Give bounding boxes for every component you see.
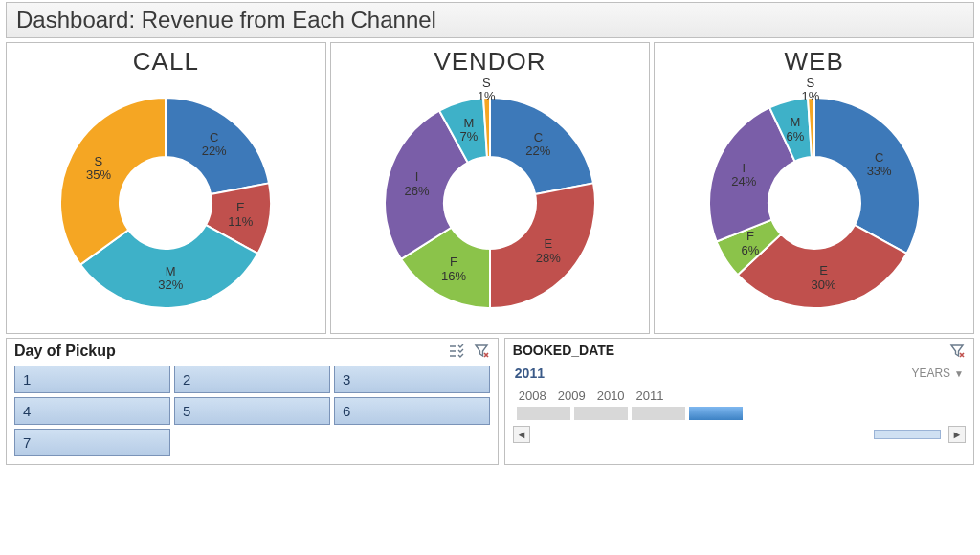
scroll-left-arrow[interactable]: ◄ — [513, 426, 530, 443]
chart-card[interactable]: WEBC33%E30%F6%I24%M6%S1% — [654, 42, 974, 334]
timeline-title: BOOKED_DATE — [513, 343, 966, 358]
chevron-down-icon: ▼ — [954, 368, 964, 379]
chart-card[interactable]: CALLC22%E11%M32%S35% — [6, 42, 326, 334]
timeline-booked-date[interactable]: BOOKED_DATE 2011 YEARS ▼ 200820092010201… — [504, 338, 974, 465]
charts-row: CALLC22%E11%M32%S35%VENDORC22%E28%F16%I2… — [0, 42, 980, 334]
slicer-item[interactable]: 3 — [334, 366, 490, 393]
timeline-year-cell[interactable] — [574, 407, 628, 420]
chart-title: WEB — [785, 47, 844, 77]
slicer-item[interactable]: 5 — [174, 397, 330, 425]
chart-title: CALL — [133, 47, 199, 77]
donut-slice[interactable] — [814, 98, 920, 254]
timeline-scrollbar[interactable]: ◄ ► — [513, 426, 966, 443]
timeline-year-label: 2011 — [636, 388, 664, 403]
donut-slice[interactable] — [60, 98, 166, 265]
slicer-day-of-pickup[interactable]: Day of Pickup 1234567 — [6, 338, 499, 465]
timeline-year-cell[interactable] — [632, 407, 685, 420]
slicer-header: Day of Pickup — [14, 343, 490, 360]
timeline-selected-label: 2011 — [515, 366, 545, 381]
donut-slice[interactable] — [490, 183, 595, 308]
timeline-year-label: 2009 — [558, 388, 586, 403]
donut-chart: C22%E11%M32%S35% — [41, 78, 290, 327]
timeline-period-label: YEARS — [911, 366, 950, 380]
slicer-toolbar — [448, 343, 490, 360]
scrollbar-thumb[interactable] — [874, 430, 941, 439]
slicer-grid: 1234567 — [14, 366, 490, 456]
controls-row: Day of Pickup 1234567 BOOKED_DATE 2011 Y… — [0, 334, 980, 465]
timeline-subheader: 2011 YEARS ▼ — [515, 366, 964, 381]
timeline-period-button[interactable]: YEARS ▼ — [911, 366, 964, 380]
timeline-year-label: 2008 — [519, 388, 546, 403]
dashboard-title-text: Dashboard: Revenue from Each Channel — [16, 7, 436, 33]
timeline-track[interactable] — [517, 407, 962, 420]
scroll-right-arrow[interactable]: ► — [948, 426, 966, 443]
donut-slice[interactable] — [166, 98, 269, 194]
clear-filter-icon[interactable] — [473, 343, 490, 360]
donut-slice[interactable] — [490, 98, 593, 194]
slicer-item[interactable]: 1 — [14, 366, 170, 393]
timeline-year-cell[interactable] — [689, 407, 743, 420]
donut-chart: C22%E28%F16%I26%M7%S1% — [366, 78, 614, 327]
scrollbar-track[interactable] — [534, 429, 945, 440]
slicer-item[interactable]: 6 — [334, 397, 490, 425]
chart-title: VENDOR — [434, 47, 546, 77]
timeline-year-cell[interactable] — [517, 407, 570, 420]
chart-card[interactable]: VENDORC22%E28%F16%I26%M7%S1% — [330, 42, 651, 334]
slicer-title: Day of Pickup — [14, 343, 116, 360]
multiselect-icon[interactable] — [448, 343, 465, 360]
clear-filter-icon[interactable] — [948, 343, 966, 360]
timeline-year-label: 2010 — [597, 388, 625, 403]
dashboard-title: Dashboard: Revenue from Each Channel — [6, 2, 974, 38]
timeline-year-labels: 2008200920102011 — [519, 388, 966, 403]
slicer-item[interactable]: 4 — [14, 397, 170, 425]
donut-chart: C33%E30%F6%I24%M6%S1% — [690, 78, 939, 327]
slicer-item[interactable]: 2 — [174, 366, 330, 393]
slicer-item[interactable]: 7 — [14, 429, 170, 456]
